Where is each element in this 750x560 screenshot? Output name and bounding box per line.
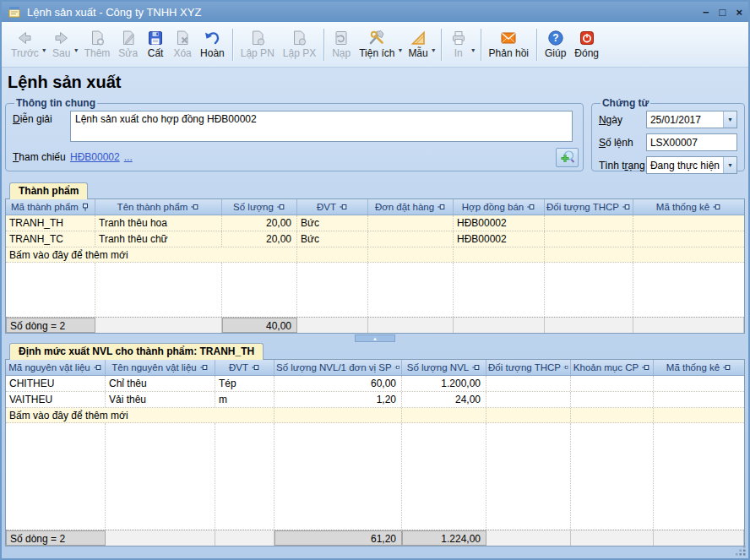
column-header-product-name[interactable]: Tên thành phẩm [95, 199, 222, 215]
column-header-unit[interactable]: ĐVT [297, 199, 368, 215]
pin-icon[interactable] [394, 363, 399, 372]
chevron-down-icon[interactable]: ▼ [723, 157, 736, 173]
tools-icon [367, 29, 386, 47]
order-number-label: Số lệnh [599, 137, 646, 149]
pin-icon[interactable] [622, 203, 631, 211]
products-footer-row: Số dòng = 2 40,00 [6, 317, 744, 333]
pin-icon[interactable] [276, 203, 285, 211]
reference-link[interactable]: HĐB00002 [70, 149, 120, 163]
column-header-stat-code[interactable]: Mã thống kê [654, 360, 744, 375]
print-dropdown-caret[interactable]: ▼ [470, 47, 476, 53]
column-header-cost-object[interactable]: Đối tượng THCP [486, 360, 571, 375]
column-header-product-code[interactable]: Mã thành phẩm [6, 199, 95, 215]
table-row[interactable]: TRANH_TH Tranh thêu hoa 20,00 Bức HĐB000… [6, 215, 744, 231]
add-new-row[interactable]: Bấm vào đây để thêm mới [6, 408, 744, 423]
close-app-button[interactable]: Đóng [570, 27, 603, 62]
back-button[interactable]: Trước [7, 27, 43, 62]
title-bar: Lệnh sản xuất - Công ty TNHH XYZ − □ × [2, 2, 748, 22]
doc-pn-icon [248, 29, 267, 47]
order-number-input[interactable]: LSX00007 [646, 133, 737, 151]
tab-materials[interactable]: Định mức xuất NVL cho thành phẩm: TRANH_… [9, 343, 264, 360]
empty-grid-area [6, 263, 744, 317]
pin-icon[interactable] [437, 203, 446, 211]
feedback-button[interactable]: Phản hồi [485, 27, 533, 62]
maximize-button[interactable]: □ [720, 7, 726, 18]
add-new-row[interactable]: Bấm vào đây để thêm mới [6, 247, 744, 263]
reference-more-link[interactable]: ... [124, 149, 133, 163]
document-info-title: Chứng từ [601, 97, 650, 109]
table-row[interactable]: CHITHEU Chỉ thêu Tép 60,00 1.200,00 [6, 376, 744, 392]
pin-icon[interactable] [712, 203, 721, 211]
save-button[interactable]: Cất [142, 27, 169, 62]
chevron-down-icon[interactable]: ▼ [723, 111, 736, 128]
utilities-dropdown-caret[interactable]: ▼ [397, 47, 403, 53]
date-combobox[interactable]: 25/01/2017 ▼ [646, 111, 737, 128]
column-header-quantity[interactable]: Số lượng [222, 199, 297, 215]
utilities-button[interactable]: Tiện ích [355, 27, 399, 62]
print-button[interactable]: In [445, 27, 472, 62]
pin-icon[interactable] [563, 363, 568, 372]
page-title: Lệnh sản xuất [8, 72, 742, 92]
help-button[interactable]: ? Giúp [541, 27, 570, 62]
column-header-unit[interactable]: ĐVT [215, 360, 274, 375]
column-header-material-code[interactable]: Mã nguyên vật liệu [6, 360, 106, 375]
undo-button[interactable]: Hoàn [196, 27, 229, 62]
column-header-cost-object[interactable]: Đối tượng THCP [545, 199, 633, 215]
collapse-splitter-button[interactable]: ▲ [355, 334, 395, 342]
qty-per-unit-total: 61,20 [274, 530, 402, 546]
create-pn-button[interactable]: Lập PN [236, 27, 279, 62]
toolbar: Trước ▼ Sau ▼ Thêm Sửa Cất Xóa [2, 22, 748, 68]
column-header-expense-item[interactable]: Khoản mục CP [571, 360, 654, 375]
add-lookup-icon [559, 150, 575, 165]
templates-button[interactable]: Mẫu [404, 27, 432, 62]
pin-icon[interactable] [190, 203, 199, 211]
toolbar-separator [323, 29, 324, 61]
chevron-up-icon: ▲ [372, 336, 378, 341]
forward-icon [52, 29, 71, 47]
pin-icon[interactable] [251, 363, 260, 372]
column-header-qty-per-unit[interactable]: Số lượng NVL/1 đơn vị SP [274, 360, 402, 375]
add-doc-icon [88, 29, 106, 47]
row-count: Số dòng = 2 [6, 530, 106, 546]
add-button[interactable]: Thêm [80, 27, 115, 62]
pin-icon[interactable] [722, 363, 731, 372]
save-icon [146, 29, 165, 47]
pin-icon[interactable] [81, 203, 90, 212]
status-combobox[interactable]: Đang thực hiện ▼ [646, 156, 737, 174]
edit-doc-icon [119, 29, 138, 47]
forward-dropdown-caret[interactable]: ▼ [73, 47, 79, 53]
column-header-sales-contract[interactable]: Hợp đồng bán [454, 199, 545, 215]
resize-grip[interactable] [735, 545, 747, 557]
pin-icon[interactable] [526, 203, 535, 211]
description-input[interactable]: Lệnh sản xuất cho hợp đồng HĐB00002 [70, 111, 573, 142]
forward-button[interactable]: Sau [48, 27, 75, 62]
back-icon [15, 29, 34, 47]
delete-button[interactable]: Xóa [169, 27, 196, 62]
create-px-button[interactable]: Lập PX [279, 27, 320, 62]
splitter[interactable]: ▲ [4, 334, 746, 343]
column-header-stat-code[interactable]: Mã thống kê [633, 199, 744, 215]
column-header-qty-nvl[interactable]: Số lượng NVL [402, 360, 486, 375]
close-button[interactable]: × [736, 7, 742, 18]
add-reference-button[interactable] [556, 148, 579, 167]
column-header-sales-order[interactable]: Đơn đặt hàng [368, 199, 454, 215]
doc-px-icon [290, 29, 308, 47]
pin-icon[interactable] [471, 363, 481, 372]
edit-button[interactable]: Sửa [114, 27, 142, 62]
column-header-material-name[interactable]: Tên nguyên vật liệu [106, 360, 215, 375]
pin-icon[interactable] [641, 363, 650, 372]
pin-icon[interactable] [339, 203, 348, 211]
general-info-group: Thông tin chung Diễn giải Lệnh sản xuất … [5, 97, 584, 171]
tab-products[interactable]: Thành phẩm [9, 182, 88, 199]
back-dropdown-caret[interactable]: ▼ [41, 47, 47, 53]
pin-icon[interactable] [199, 363, 209, 372]
templates-dropdown-caret[interactable]: ▼ [431, 47, 437, 53]
svg-text:?: ? [552, 32, 558, 44]
pin-icon[interactable] [93, 363, 102, 372]
reload-button[interactable]: Nạp [328, 27, 355, 62]
ruler-icon [409, 29, 427, 47]
empty-grid-area [6, 423, 744, 530]
table-row[interactable]: VAITHEU Vải thêu m 1,20 24,00 [6, 392, 744, 408]
minimize-button[interactable]: − [703, 7, 709, 18]
table-row[interactable]: TRANH_TC Tranh thêu chữ 20,00 Bức HĐB000… [6, 231, 744, 247]
